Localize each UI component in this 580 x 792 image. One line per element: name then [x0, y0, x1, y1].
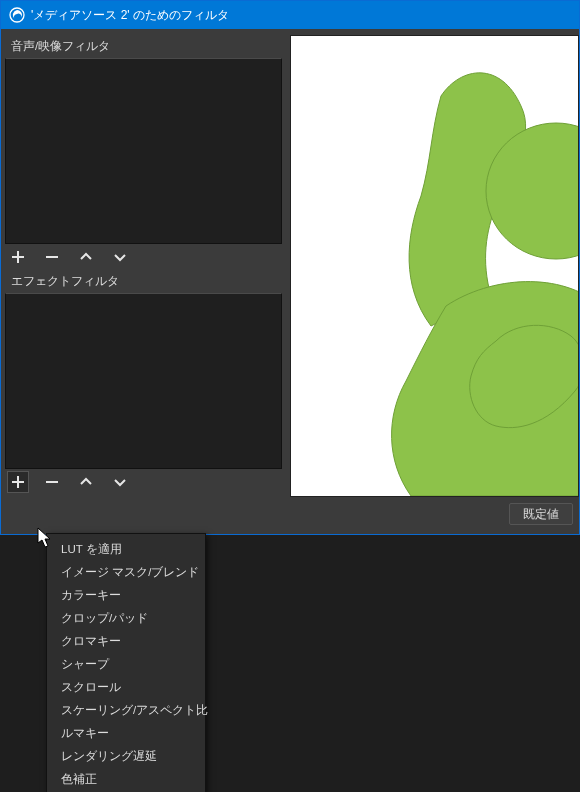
audio-video-filters-label: 音声/映像フィルタ [5, 35, 282, 58]
add-button[interactable] [8, 247, 28, 267]
menu-item-lut[interactable]: LUT を適用 [47, 538, 205, 561]
obs-icon [9, 7, 25, 23]
menu-item-scroll[interactable]: スクロール [47, 676, 205, 699]
menu-item-sharpen[interactable]: シャープ [47, 653, 205, 676]
audio-video-toolbar [5, 244, 282, 270]
preview-image [291, 36, 579, 496]
bottom-bar: 既定値 [1, 497, 579, 531]
menu-item-color-key[interactable]: カラーキー [47, 584, 205, 607]
add-filter-context-menu: LUT を適用 イメージ マスク/ブレンド カラーキー クロップ/パッド クロマ… [46, 533, 206, 792]
menu-item-color-correction[interactable]: 色補正 [47, 768, 205, 791]
move-up-button[interactable] [76, 472, 96, 492]
menu-item-chroma-key[interactable]: クロマキー [47, 630, 205, 653]
effect-filters-list[interactable] [5, 293, 282, 469]
remove-button[interactable] [42, 247, 62, 267]
add-button[interactable] [8, 472, 28, 492]
remove-button[interactable] [42, 472, 62, 492]
move-down-button[interactable] [110, 472, 130, 492]
move-up-button[interactable] [76, 247, 96, 267]
menu-item-image-mask-blend[interactable]: イメージ マスク/ブレンド [47, 561, 205, 584]
menu-item-render-delay[interactable]: レンダリング遅延 [47, 745, 205, 768]
effect-filters-label: エフェクトフィルタ [5, 270, 282, 293]
move-down-button[interactable] [110, 247, 130, 267]
content-area: 音声/映像フィルタ エフェクトフィルタ [1, 29, 579, 497]
menu-item-crop-pad[interactable]: クロップ/パッド [47, 607, 205, 630]
preview-panel [290, 35, 579, 497]
left-column: 音声/映像フィルタ エフェクトフィルタ [1, 29, 286, 497]
menu-item-luma-key[interactable]: ルマキー [47, 722, 205, 745]
filter-window: 'メディアソース 2' のためのフィルタ 音声/映像フィルタ エフェクトフィ [0, 0, 580, 535]
window-title: 'メディアソース 2' のためのフィルタ [31, 7, 229, 24]
defaults-button[interactable]: 既定値 [509, 503, 573, 525]
menu-item-scaling-aspect[interactable]: スケーリング/アスペクト比 [47, 699, 205, 722]
titlebar[interactable]: 'メディアソース 2' のためのフィルタ [1, 1, 579, 29]
effect-toolbar [5, 469, 282, 495]
audio-video-filters-list[interactable] [5, 58, 282, 244]
